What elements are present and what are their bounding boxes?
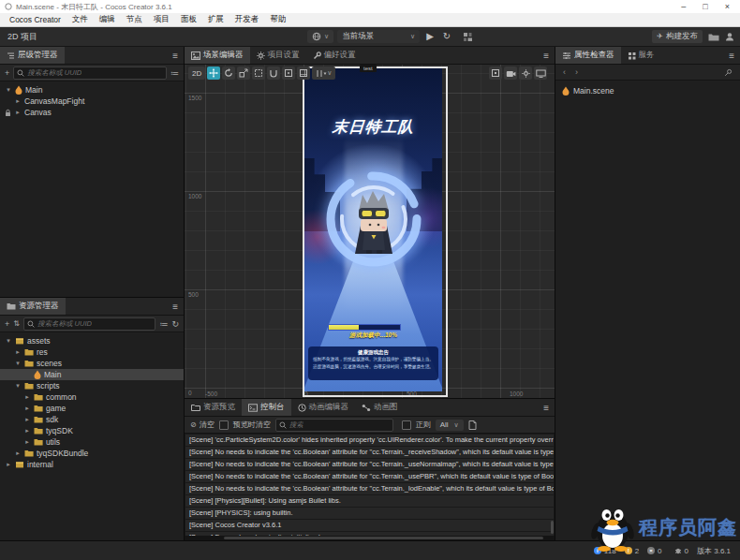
assets-search-input[interactable]: 搜索名称或 UUID [23, 317, 155, 331]
chevron-right-icon[interactable]: ▸ [23, 416, 31, 423]
tab-hierarchy[interactable]: 层级管理器 [0, 47, 65, 64]
chevron-right-icon[interactable]: ▸ [5, 461, 12, 468]
play-button[interactable]: ▶ [426, 32, 434, 41]
camera-button[interactable] [504, 66, 517, 80]
chevron-down-icon[interactable]: ▾ [14, 382, 22, 390]
panel-menu-icon[interactable]: ≡ [172, 302, 178, 312]
tab-animation-editor[interactable]: 动画编辑器 [291, 399, 356, 416]
chevron-right-icon[interactable]: ▸ [23, 405, 31, 412]
grid-toggle-button[interactable] [489, 66, 502, 80]
2d-toggle-button[interactable]: 2D [188, 66, 205, 80]
add-asset-button[interactable]: + [5, 319, 9, 329]
menu-item-4[interactable]: 项目 [148, 14, 175, 25]
assets-row-utils[interactable]: ▸utils [0, 436, 184, 448]
assets-row-internal[interactable]: ▸internal [0, 459, 184, 470]
build-publish-button[interactable]: ✈ 构建发布 [652, 30, 703, 43]
gizmo-dropdown-tool-button[interactable]: ∨ [312, 66, 335, 80]
move-tool-button[interactable] [207, 66, 220, 80]
tab-console[interactable]: 控制台 [242, 399, 291, 416]
console-log-list[interactable]: [Scene] 'cc.ParticleSystem2D.color' hide… [185, 434, 555, 536]
refresh-button[interactable]: ↻ [443, 32, 451, 41]
log-row-7[interactable]: [Scene] Cocos Creator v3.6.1 [185, 520, 554, 531]
hierarchy-row-main[interactable]: ▾Main [0, 84, 184, 96]
snap-tool-button[interactable] [282, 66, 295, 80]
chevron-right-icon[interactable]: ▸ [23, 438, 31, 446]
log-row-3[interactable]: [Scene] No needs to indicate the 'cc.Boo… [185, 471, 554, 482]
chevron-right-icon[interactable]: ▸ [14, 348, 22, 356]
hierarchy-search-input[interactable]: 搜索名称或 UUID [13, 66, 167, 80]
chevron-right-icon[interactable]: ▸ [14, 97, 22, 105]
hierarchy-row-canvasmapfight[interactable]: ▸CanvasMapFight [0, 96, 184, 107]
log-row-4[interactable]: [Scene] No needs to indicate the 'cc.Boo… [185, 483, 554, 494]
tab-animation-graph[interactable]: 动画图 [355, 399, 405, 416]
minimize-button[interactable]: – [681, 2, 686, 11]
preview-device-button[interactable]: ∨ [307, 30, 333, 43]
panel-menu-icon[interactable]: ≡ [543, 403, 549, 413]
chevron-down-icon[interactable]: ▾ [14, 360, 22, 367]
menu-item-6[interactable]: 扩展 [202, 14, 229, 25]
chevron-down-icon[interactable]: ▾ [5, 86, 12, 94]
transform-tool-button[interactable] [267, 66, 280, 80]
tab-project-settings[interactable]: 项目设置 [250, 47, 306, 64]
rect-tool-button[interactable] [252, 66, 265, 80]
chevron-down-icon[interactable]: ▾ [5, 337, 12, 345]
open-folder-button[interactable] [708, 33, 719, 41]
menu-item-2[interactable]: 编辑 [94, 14, 121, 25]
scale-tool-button[interactable] [237, 66, 250, 80]
chevron-right-icon[interactable]: ▸ [14, 109, 22, 116]
assets-row-scenes[interactable]: ▾scenes [0, 358, 184, 369]
assets-row-res[interactable]: ▸res [0, 346, 184, 358]
close-button[interactable]: × [725, 2, 730, 11]
panel-menu-icon[interactable]: ≡ [172, 51, 178, 61]
tab-asset-preview[interactable]: 资源预览 [185, 399, 242, 416]
scene-viewport[interactable]: 2D∨ 150010005000-50005001000 test 末日特工队 [185, 65, 555, 398]
layout-grid-button[interactable] [463, 32, 473, 42]
chevron-right-icon[interactable]: ▸ [23, 393, 31, 401]
assets-row-game[interactable]: ▸game [0, 403, 184, 414]
refresh-assets-button[interactable]: ↻ [171, 319, 179, 329]
current-scene-select[interactable]: 当前场景 ∨ [337, 30, 420, 43]
log-row-1[interactable]: [Scene] No needs to indicate the 'cc.Boo… [185, 447, 554, 458]
chevron-right-icon[interactable]: ▸ [14, 449, 22, 457]
tab-inspector[interactable]: 属性检查器 [555, 47, 621, 64]
capture-button[interactable] [534, 66, 547, 80]
history-back-button[interactable]: ‹ [563, 67, 566, 77]
log-row-6[interactable]: [Scene] [PHYSICS]: using builtin. [185, 508, 554, 519]
assets-row-tyqsdk[interactable]: ▸tyqSDK [0, 425, 184, 436]
tab-scene-editor[interactable]: 场景编辑器 [185, 47, 250, 64]
console-horizontal-scrollbar[interactable] [185, 536, 555, 540]
menu-item-1[interactable]: 文件 [67, 14, 94, 25]
panel-menu-icon[interactable]: ≡ [543, 51, 549, 61]
assets-row-main[interactable]: Main [0, 369, 184, 380]
chevron-right-icon[interactable]: ▸ [23, 427, 31, 435]
assets-row-common[interactable]: ▸common [0, 391, 184, 403]
panel-menu-icon[interactable]: ≡ [729, 51, 734, 61]
inspected-scene-item[interactable]: Main.scene [555, 81, 740, 101]
user-feedback-button[interactable] [725, 32, 734, 41]
tab-preferences[interactable]: 偏好设置 [306, 47, 363, 64]
menu-item-8[interactable]: 帮助 [264, 14, 291, 25]
menu-item-0[interactable]: Cocos Creator [4, 15, 67, 24]
assets-row-assets[interactable]: ▾assets [0, 335, 184, 346]
menu-item-5[interactable]: 面板 [175, 14, 202, 25]
tab-services[interactable]: 服务 [621, 47, 661, 64]
add-node-button[interactable]: + [5, 68, 9, 78]
scrollbar-thumb[interactable] [224, 537, 543, 539]
anchor-tool-button[interactable] [297, 66, 310, 80]
hierarchy-row-canvas[interactable]: ▸Canvas [0, 107, 184, 118]
menu-item-7[interactable]: 开发者 [229, 14, 265, 25]
log-row-5[interactable]: [Scene] [Physics][Bullet]: Using asmjs B… [185, 495, 554, 507]
console-search-input[interactable]: 搜索 [275, 419, 393, 432]
list-options-button[interactable]: ≔ [159, 319, 168, 329]
history-forward-button[interactable]: › [575, 67, 578, 77]
assets-row-sdk[interactable]: ▸sdk [0, 414, 184, 425]
settings-button[interactable] [519, 66, 532, 80]
menu-item-3[interactable]: 节点 [121, 14, 148, 25]
rotate-tool-button[interactable] [222, 66, 235, 80]
assets-row-tyqsdkbundle[interactable]: ▸tyqSDKBundle [0, 448, 184, 459]
tab-assets[interactable]: 资源管理器 [0, 298, 66, 315]
log-row-0[interactable]: [Scene] 'cc.ParticleSystem2D.color' hide… [185, 435, 554, 446]
assets-row-scripts[interactable]: ▾scripts [0, 380, 184, 391]
clear-console-button[interactable]: ⊘ 清空 [190, 420, 215, 430]
sort-assets-button[interactable]: ⇅ [13, 319, 20, 328]
